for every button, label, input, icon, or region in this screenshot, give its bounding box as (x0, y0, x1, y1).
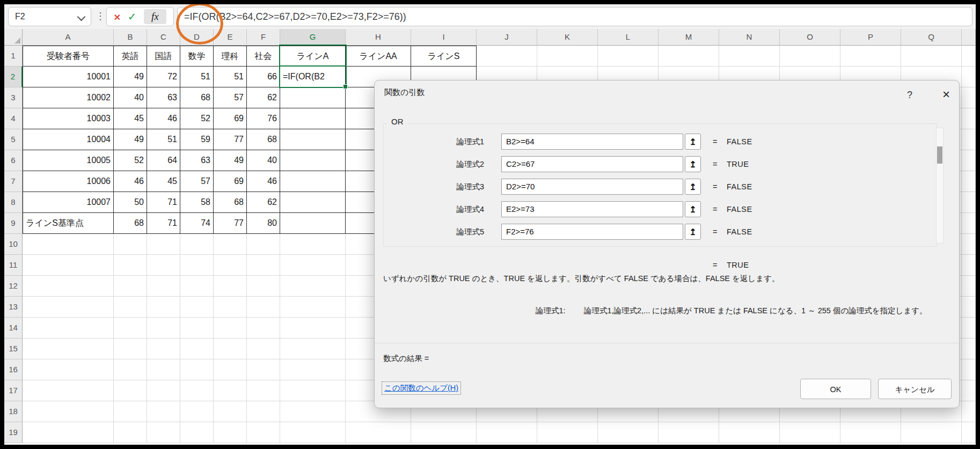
cell-C1[interactable]: 国語 (147, 46, 180, 67)
cell-G10[interactable] (280, 234, 346, 255)
cell-K19[interactable] (537, 422, 598, 443)
cell-G5[interactable] (280, 129, 346, 150)
row-header-2[interactable]: 2 (4, 67, 23, 87)
column-header-M[interactable]: M (659, 29, 719, 46)
cell-D3[interactable]: 68 (180, 87, 214, 108)
cell-D10[interactable] (180, 234, 214, 255)
insert-function-icon[interactable]: fx (144, 9, 166, 24)
cell-C19[interactable] (147, 422, 180, 443)
cell-E10[interactable] (214, 234, 247, 255)
row-header-13[interactable]: 13 (4, 297, 23, 318)
function-help-link[interactable]: この関数のヘルプ(H) (382, 382, 460, 394)
cell-E1[interactable]: 理科 (214, 46, 247, 67)
cell-C3[interactable]: 63 (147, 87, 180, 108)
cell-E13[interactable] (214, 297, 247, 318)
cell-B6[interactable]: 52 (114, 150, 147, 171)
cell-A7[interactable]: 10006 (23, 171, 114, 192)
cell-F7[interactable]: 46 (247, 171, 280, 192)
cell-D11[interactable] (180, 255, 214, 276)
range-picker-button[interactable]: ↥ (685, 179, 701, 195)
cell-B1[interactable]: 英語 (114, 46, 147, 67)
cell-F3[interactable]: 62 (247, 87, 280, 108)
column-header-P[interactable]: P (840, 29, 901, 46)
cell-B9[interactable]: 68 (114, 213, 147, 234)
cell-E3[interactable]: 57 (214, 87, 247, 108)
row-header-3[interactable]: 3 (4, 87, 23, 108)
cell-P19[interactable] (840, 422, 901, 443)
cell-D17[interactable] (180, 380, 214, 401)
cell-G4[interactable] (280, 108, 346, 129)
cell-D4[interactable]: 52 (180, 108, 214, 129)
cell-E7[interactable]: 69 (214, 171, 247, 192)
cell-G12[interactable] (280, 276, 346, 297)
cell-F16[interactable] (247, 359, 280, 380)
cell-B14[interactable] (114, 318, 147, 338)
cell-C5[interactable]: 51 (147, 129, 180, 150)
argument-input[interactable]: D2>=70 (501, 179, 683, 195)
cell-F6[interactable]: 40 (247, 150, 280, 171)
cell-G6[interactable] (280, 150, 346, 171)
chevron-down-icon[interactable] (77, 13, 86, 21)
cell-D2[interactable]: 51 (180, 67, 214, 87)
cell-M19[interactable] (659, 422, 719, 443)
cell-D5[interactable]: 59 (180, 129, 214, 150)
column-header-J[interactable]: J (477, 29, 537, 46)
cell-H19[interactable] (346, 422, 411, 443)
cell-E16[interactable] (214, 359, 247, 380)
cell-E8[interactable]: 68 (214, 192, 247, 213)
drag-handle-icon[interactable]: ⋮ (96, 4, 103, 29)
row-header-10[interactable]: 10 (4, 234, 23, 255)
cell-G19[interactable] (280, 422, 346, 443)
cell-N1[interactable] (719, 46, 780, 67)
cell-M1[interactable] (659, 46, 719, 67)
cell-A9[interactable]: ラインS基準点 (23, 213, 114, 234)
cell-A11[interactable] (23, 255, 114, 276)
cell-O1[interactable] (780, 46, 840, 67)
cell-L1[interactable] (598, 46, 659, 67)
row-header-4[interactable]: 4 (4, 108, 23, 129)
cell-G8[interactable] (280, 192, 346, 213)
cell-F14[interactable] (247, 318, 280, 338)
cell-D6[interactable]: 63 (180, 150, 214, 171)
cell-A15[interactable] (23, 338, 114, 359)
row-header-9[interactable]: 9 (4, 213, 23, 234)
cell-G16[interactable] (280, 359, 346, 380)
column-header-L[interactable]: L (598, 29, 659, 46)
cell-E19[interactable] (214, 422, 247, 443)
cell-F1[interactable]: 社会 (247, 46, 280, 67)
argument-input[interactable]: C2>=67 (501, 156, 683, 172)
cell-C16[interactable] (147, 359, 180, 380)
cell-F2[interactable]: 66 (247, 67, 280, 87)
cell-D14[interactable] (180, 318, 214, 338)
cell-C18[interactable] (147, 401, 180, 422)
cell-F19[interactable] (247, 422, 280, 443)
column-header-E[interactable]: E (214, 29, 247, 46)
argument-input[interactable]: F2>=76 (501, 224, 683, 240)
cell-B7[interactable]: 46 (114, 171, 147, 192)
cell-D18[interactable] (180, 401, 214, 422)
cell-C8[interactable]: 71 (147, 192, 180, 213)
cell-D15[interactable] (180, 338, 214, 359)
cell-H1[interactable]: ラインAA (346, 46, 411, 67)
cell-E2[interactable]: 51 (214, 67, 247, 87)
cell-G14[interactable] (280, 318, 346, 338)
cell-D16[interactable] (180, 359, 214, 380)
cell-B15[interactable] (114, 338, 147, 359)
cell-K1[interactable] (537, 46, 598, 67)
cell-F15[interactable] (247, 338, 280, 359)
cell-N19[interactable] (719, 422, 780, 443)
cell-C2[interactable]: 72 (147, 67, 180, 87)
cell-D13[interactable] (180, 297, 214, 318)
cell-E9[interactable]: 77 (214, 213, 247, 234)
cell-C6[interactable]: 64 (147, 150, 180, 171)
row-header-12[interactable]: 12 (4, 276, 23, 297)
column-header-C[interactable]: C (147, 29, 180, 46)
row-header-6[interactable]: 6 (4, 150, 23, 171)
cell-B13[interactable] (114, 297, 147, 318)
cell-C9[interactable]: 71 (147, 213, 180, 234)
cell-J1[interactable] (477, 46, 537, 67)
cell-Q1[interactable] (901, 46, 962, 67)
cell-A5[interactable]: 10004 (23, 129, 114, 150)
cell-F17[interactable] (247, 380, 280, 401)
column-header-B[interactable]: B (114, 29, 147, 46)
